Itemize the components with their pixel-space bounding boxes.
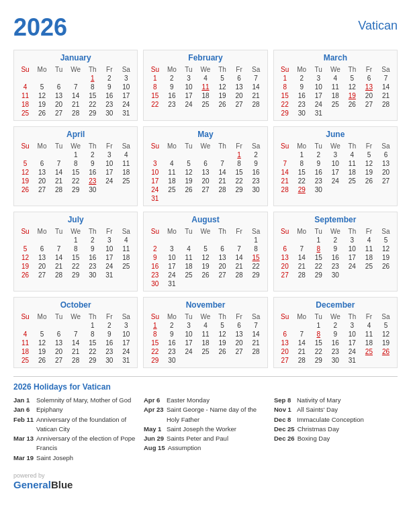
cal-cell: 5 (377, 236, 394, 245)
cal-cell: 18 (197, 339, 214, 347)
day-header: Su (17, 312, 34, 321)
cal-cell: 19 (344, 91, 361, 100)
day-header: Fr (231, 227, 248, 236)
cal-cell: 19 (34, 347, 50, 356)
cal-cell: 4 (180, 245, 197, 253)
day-header: Tu (180, 65, 197, 74)
cal-cell: 22 (146, 100, 163, 109)
day-header: Tu (50, 227, 67, 236)
cal-cell: 9 (293, 83, 310, 91)
cal-cell: 9 (327, 330, 344, 339)
cal-cell: 6 (214, 245, 231, 253)
day-header: Tu (180, 227, 197, 236)
cal-cell: 19 (214, 339, 231, 347)
cal-cell: 2 (327, 321, 344, 330)
month-title: January (17, 53, 134, 62)
holiday-column: Jan 1Solemnity of Mary, Mother of GodJan… (13, 396, 137, 463)
cal-cell: 7 (248, 74, 265, 83)
cal-cell (17, 150, 34, 159)
day-header: Th (84, 227, 101, 236)
cal-cell: 10 (180, 330, 197, 339)
cal-cell: 21 (377, 91, 394, 100)
cal-cell: 31 (118, 356, 134, 365)
month-title: August (146, 215, 264, 224)
month-table: SuMoTuWeThFrSa12345678910111213141516171… (277, 227, 394, 279)
cal-cell: 20 (361, 91, 377, 100)
day-header: We (327, 142, 344, 150)
month-table: SuMoTuWeThFrSa12345678910111213141516171… (17, 227, 134, 279)
cal-cell: 17 (344, 339, 361, 347)
cal-cell: 13 (214, 253, 231, 262)
cal-cell: 6 (50, 330, 67, 339)
day-header: Sa (118, 142, 134, 150)
day-header: Fr (101, 65, 118, 74)
cal-cell: 7 (248, 321, 265, 330)
holiday-date: Apr 6 (144, 396, 164, 405)
cal-cell: 5 (17, 159, 34, 168)
cal-cell: 13 (197, 168, 214, 177)
cal-cell: 23 (84, 262, 101, 271)
holiday-name: Saint Joseph the Worker (167, 425, 236, 434)
day-header: Fr (231, 65, 248, 74)
cal-cell: 12 (214, 330, 231, 339)
month-block-march: MarchSuMoTuWeThFrSa123456789101112131415… (273, 50, 398, 121)
cal-cell (180, 194, 197, 203)
cal-cell: 12 (361, 159, 377, 168)
month-title: May (146, 130, 264, 139)
day-header: Su (146, 142, 163, 150)
cal-cell: 15 (248, 253, 265, 262)
cal-cell: 9 (310, 159, 327, 168)
cal-cell (180, 236, 197, 245)
cal-cell: 28 (377, 100, 394, 109)
cal-cell (146, 150, 163, 159)
holiday-name: Nativity of Mary (297, 396, 340, 405)
day-header: Sa (118, 65, 134, 74)
cal-cell: 18 (17, 100, 34, 109)
month-table: SuMoTuWeThFrSa12345678910111213141516171… (146, 227, 264, 288)
day-header: Fr (361, 227, 377, 236)
cal-cell: 4 (17, 83, 34, 91)
cal-cell: 19 (34, 100, 50, 109)
cal-cell: 9 (163, 330, 180, 339)
cal-cell: 16 (146, 262, 163, 271)
cal-cell: 15 (67, 168, 84, 177)
cal-cell: 11 (180, 253, 197, 262)
cal-cell: 27 (34, 271, 50, 279)
cal-cell: 4 (197, 321, 214, 330)
cal-cell: 11 (344, 159, 361, 168)
cal-cell: 8 (277, 83, 293, 91)
day-header: We (197, 227, 214, 236)
cal-cell: 29 (84, 109, 101, 118)
cal-cell: 2 (163, 74, 180, 83)
cal-cell (344, 185, 361, 194)
cal-cell: 7 (50, 159, 67, 168)
cal-cell: 26 (17, 185, 34, 194)
cal-cell: 5 (34, 83, 50, 91)
cal-cell: 18 (361, 339, 377, 347)
holiday-item: Nov 1All Saints' Day (274, 405, 398, 414)
cal-cell: 18 (163, 177, 180, 185)
cal-cell (67, 321, 84, 330)
cal-cell: 21 (277, 177, 293, 185)
calendars-grid: JanuarySuMoTuWeThFrSa1234567891011121314… (13, 50, 398, 368)
holiday-name: Anniversary of the foundation of Vatican… (36, 415, 137, 435)
cal-cell (231, 356, 248, 365)
holiday-item: Dec 25Christmas Day (274, 425, 398, 434)
cal-cell: 23 (163, 347, 180, 356)
cal-cell: 20 (50, 100, 67, 109)
cal-cell: 9 (84, 159, 101, 168)
cal-cell: 22 (277, 100, 293, 109)
cal-cell: 14 (277, 168, 293, 177)
cal-cell: 6 (231, 74, 248, 83)
day-header: Mo (293, 227, 310, 236)
day-header: We (67, 65, 84, 74)
cal-cell: 29 (67, 271, 84, 279)
cal-cell: 19 (214, 91, 231, 100)
cal-cell: 30 (327, 271, 344, 279)
day-header: Mo (293, 142, 310, 150)
cal-cell: 12 (377, 330, 394, 339)
cal-cell: 10 (327, 159, 344, 168)
cal-cell: 2 (84, 150, 101, 159)
holiday-date: Dec 26 (274, 434, 295, 443)
cal-cell: 14 (377, 83, 394, 91)
